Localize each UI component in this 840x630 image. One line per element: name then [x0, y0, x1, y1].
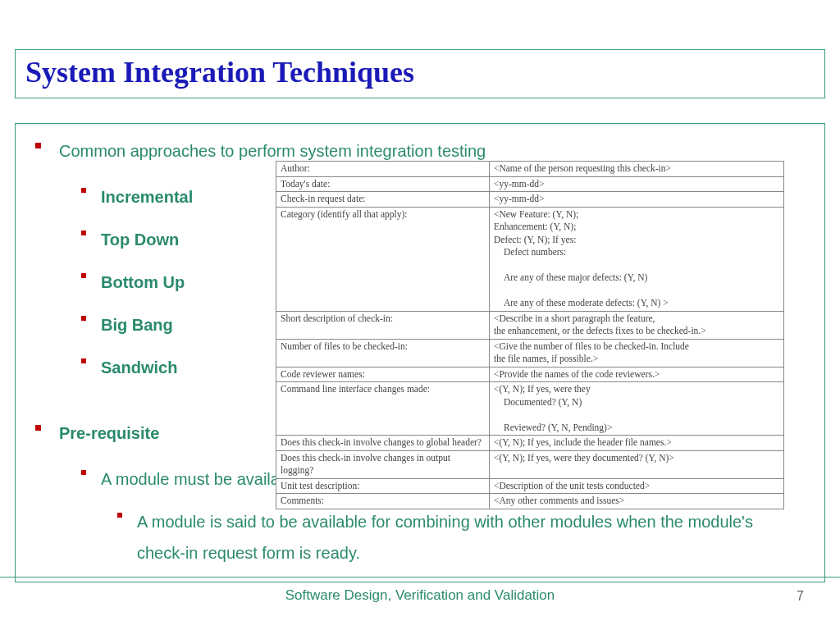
form-value: <(Y, N); If yes, were they documented? (… [489, 450, 783, 478]
form-label: Command line interface changes made: [276, 382, 490, 436]
prereq-detail: A module is said to be available for com… [137, 506, 805, 568]
table-row: Category (identify all that apply):<New … [276, 207, 784, 311]
list-item: A module is said to be available for com… [117, 506, 805, 568]
checkin-form-table: Author:<Name of the person requesting th… [276, 161, 784, 509]
approach-label: Big Bang [101, 309, 173, 340]
bullet-icon [81, 316, 86, 321]
form-label: Check-in request date: [276, 192, 490, 208]
approach-label: Sandwich [101, 352, 177, 383]
form-label: Number of files to be checked-in: [276, 339, 490, 367]
form-value: <yy-mm-dd> [489, 176, 783, 192]
table-row: Short description of check-in:<Describe … [276, 311, 784, 339]
bullet-icon [117, 513, 122, 518]
table-row: Number of files to be checked-in:<Give t… [276, 339, 784, 367]
approach-label: Bottom Up [101, 267, 185, 298]
table-row: Unit test description:<Description of th… [276, 478, 784, 494]
footer-divider [0, 577, 840, 578]
form-value: <(Y, N); If yes, were theyDocumented? (Y… [489, 382, 783, 436]
form-value: <Give the number of files to be checked-… [489, 339, 783, 367]
form-label: Short description of check-in: [276, 311, 490, 339]
bullet-icon [81, 188, 86, 193]
form-value: <(Y, N); If yes, include the header file… [489, 436, 783, 451]
slide-title: System Integration Techniques [25, 55, 815, 89]
form-label: Comments: [276, 494, 490, 509]
bullet-icon [81, 273, 86, 278]
form-label: Code reviewer names: [276, 367, 490, 382]
table-row: Does this check-in involve changes to gl… [276, 436, 784, 451]
approach-label: Incremental [101, 181, 193, 212]
form-value: <yy-mm-dd> [489, 192, 783, 208]
form-value: <Describe in a short paragraph the featu… [489, 311, 783, 339]
form-label: Does this check-in involve changes to gl… [276, 436, 490, 451]
form-value: <Name of the person requesting this chec… [489, 162, 783, 177]
table-row: Today's date:<yy-mm-dd> [276, 176, 784, 192]
table-row: Does this check-in involve changes in ou… [276, 450, 784, 478]
title-box: System Integration Techniques [15, 49, 825, 98]
table-row: Check-in request date:<yy-mm-dd> [276, 192, 784, 208]
form-value: <New Feature: (Y, N);Enhancement: (Y, N)… [489, 207, 783, 311]
form-label: Unit test description: [276, 478, 490, 494]
form-value: <Provide the names of the code reviewers… [489, 367, 783, 382]
table-row: Author:<Name of the person requesting th… [276, 162, 784, 177]
form-label: Category (identify all that apply): [276, 207, 490, 311]
form-label: Today's date: [276, 176, 490, 192]
page-number: 7 [797, 589, 804, 604]
footer-text: Software Design, Verification and Valida… [0, 587, 840, 604]
bullet-icon [35, 143, 41, 148]
bullet-icon [35, 425, 41, 431]
form-value: <Any other comments and issues> [489, 494, 783, 509]
form-label: Author: [276, 162, 490, 177]
approach-label: Top Down [101, 224, 179, 255]
table-row: Comments:<Any other comments and issues> [276, 494, 784, 509]
bullet-icon [81, 231, 86, 235]
bullet-icon [81, 358, 86, 363]
prereq-label: Pre-requisite [59, 418, 159, 449]
form-value: <Description of the unit tests conducted… [489, 478, 783, 494]
bullet-icon [81, 470, 86, 475]
table-row: Code reviewer names:<Provide the names o… [276, 367, 784, 382]
table-row: Command line interface changes made:<(Y,… [276, 382, 784, 436]
form-label: Does this check-in involve changes in ou… [276, 450, 490, 478]
